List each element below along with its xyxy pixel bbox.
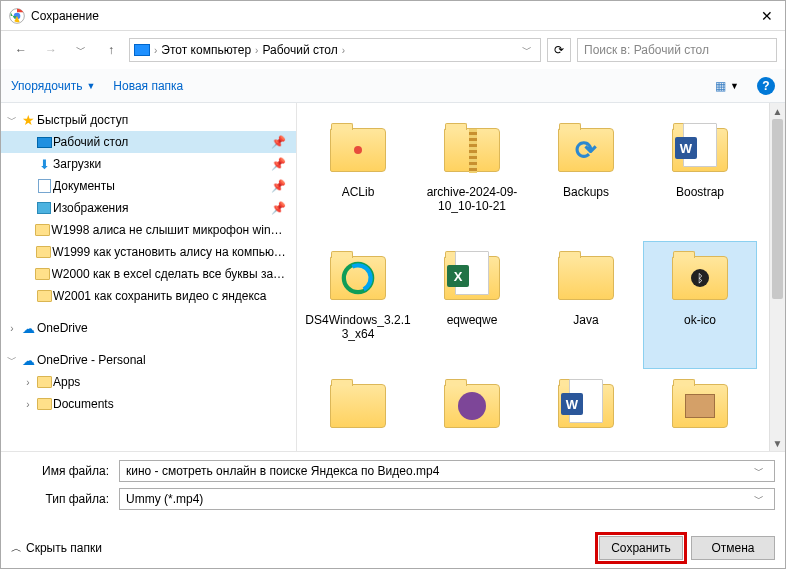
expand-icon[interactable]: ›: [5, 323, 19, 334]
filetype-select[interactable]: Ummy (*.mp4) ﹀: [119, 488, 775, 510]
bottom-panel: Имя файла: кино - смотреть онлайн в поис…: [1, 451, 785, 526]
tree-label: Documents: [53, 397, 114, 411]
file-item[interactable]: Java: [529, 241, 643, 369]
scroll-up-icon[interactable]: ▲: [770, 103, 785, 119]
folder-icon: [558, 256, 614, 300]
scrollbar[interactable]: ▲ ▼: [769, 103, 785, 451]
tree-label: Быстрый доступ: [37, 113, 128, 127]
file-item[interactable]: archive-2024-09-10_10-10-21: [415, 113, 529, 241]
up-button[interactable]: ↑: [99, 38, 123, 62]
expand-icon[interactable]: ›: [21, 377, 35, 388]
pin-icon: 📌: [271, 201, 286, 215]
close-button[interactable]: ✕: [757, 8, 777, 24]
tree-label: OneDrive - Personal: [37, 353, 146, 367]
star-icon: ★: [22, 112, 35, 128]
file-item[interactable]: [643, 369, 757, 451]
refresh-button[interactable]: ⟳: [547, 38, 571, 62]
chevron-down-icon[interactable]: ﹀: [750, 464, 768, 478]
tree-quick-access[interactable]: ﹀ ★ Быстрый доступ: [1, 109, 296, 131]
tree-item[interactable]: Рабочий стол📌: [1, 131, 296, 153]
view-button[interactable]: ▦▼: [715, 79, 739, 93]
help-button[interactable]: ?: [757, 77, 775, 95]
filetype-label: Тип файла:: [11, 492, 119, 506]
folder-icon: [37, 290, 52, 302]
chevron-down-icon[interactable]: ﹀: [750, 492, 768, 506]
tree-onedrive[interactable]: › ☁ OneDrive: [1, 317, 296, 339]
collapse-icon[interactable]: ﹀: [5, 113, 19, 127]
file-item[interactable]: ⟳Backups: [529, 113, 643, 241]
file-item[interactable]: ᛒok-ico: [643, 241, 757, 369]
file-name: ok-ico: [684, 313, 716, 327]
tree-item[interactable]: W2001 как сохранить видео с яндекса: [1, 285, 296, 307]
pin-icon: 📌: [271, 179, 286, 193]
tree-item[interactable]: W1999 как установить алису на компьютер: [1, 241, 296, 263]
file-name: Boostrap: [676, 185, 724, 199]
address-bar[interactable]: › Этот компьютер › Рабочий стол › ﹀: [129, 38, 541, 62]
pin-icon: 📌: [271, 157, 286, 171]
pc-icon: [134, 44, 150, 56]
chevron-down-icon: ▼: [730, 81, 739, 91]
file-name: Backups: [563, 185, 609, 199]
folder-icon: [36, 246, 51, 258]
hide-folders-button[interactable]: ︿ Скрыть папки: [11, 541, 102, 556]
breadcrumb: Этот компьютер › Рабочий стол ›: [161, 43, 514, 57]
file-item[interactable]: W: [529, 369, 643, 451]
tree-item[interactable]: ⬇Загрузки📌: [1, 153, 296, 175]
new-folder-button[interactable]: Новая папка: [113, 79, 183, 93]
cancel-button[interactable]: Отмена: [691, 536, 775, 560]
scroll-thumb[interactable]: [772, 119, 783, 299]
tree-item[interactable]: Документы📌: [1, 175, 296, 197]
organize-label: Упорядочить: [11, 79, 82, 93]
file-item[interactable]: DS4Windows_3.2.13_x64: [301, 241, 415, 369]
filename-value: кино - смотреть онлайн в поиске Яндекса …: [126, 464, 750, 478]
tree-label: W1998 алиса не слышит микрофон windows: [51, 223, 286, 237]
folder-icon: [35, 268, 50, 280]
scroll-track[interactable]: [770, 119, 785, 435]
breadcrumb-item[interactable]: Этот компьютер: [161, 43, 251, 57]
forward-button[interactable]: →: [39, 38, 63, 62]
chrome-icon: [9, 8, 25, 24]
tree-onedrive-personal[interactable]: ﹀ ☁ OneDrive - Personal: [1, 349, 296, 371]
tree-label: Загрузки: [53, 157, 101, 171]
tree-item[interactable]: ›Apps: [1, 371, 296, 393]
search-input[interactable]: Поиск в: Рабочий стол: [577, 38, 777, 62]
expand-icon[interactable]: ›: [21, 399, 35, 410]
chevron-right-icon: ›: [154, 45, 157, 56]
footer: ︿ Скрыть папки Сохранить Отмена: [1, 526, 785, 568]
tree-item[interactable]: Изображения📌: [1, 197, 296, 219]
back-button[interactable]: ←: [9, 38, 33, 62]
scroll-down-icon[interactable]: ▼: [770, 435, 785, 451]
excel-icon: X: [447, 265, 469, 287]
file-item[interactable]: [301, 369, 415, 451]
navigation-bar: ← → ﹀ ↑ › Этот компьютер › Рабочий стол …: [1, 31, 785, 69]
file-name: archive-2024-09-10_10-10-21: [417, 185, 527, 214]
collapse-icon[interactable]: ﹀: [5, 353, 19, 367]
filetype-value: Ummy (*.mp4): [126, 492, 750, 506]
filename-input[interactable]: кино - смотреть онлайн в поиске Яндекса …: [119, 460, 775, 482]
organize-button[interactable]: Упорядочить▼: [11, 79, 95, 93]
breadcrumb-item[interactable]: Рабочий стол: [262, 43, 337, 57]
file-item[interactable]: [415, 369, 529, 451]
toolbar: Упорядочить▼ Новая папка ▦▼ ?: [1, 69, 785, 103]
folder-icon: [35, 224, 50, 236]
file-item[interactable]: Xeqweqwe: [415, 241, 529, 369]
tree-item[interactable]: ›Documents: [1, 393, 296, 415]
recent-dropdown[interactable]: ﹀: [69, 38, 93, 62]
document-icon: [38, 179, 51, 193]
file-name: eqweqwe: [447, 313, 498, 327]
chevron-up-icon: ︿: [11, 541, 22, 556]
navigation-tree: ﹀ ★ Быстрый доступ Рабочий стол📌⬇Загрузк…: [1, 103, 297, 451]
folder-icon: [37, 376, 52, 388]
tree-label: Изображения: [53, 201, 128, 215]
save-button[interactable]: Сохранить: [599, 536, 683, 560]
tree-item[interactable]: W2000 как в excel сделать все буквы загл…: [1, 263, 296, 285]
file-item[interactable]: ACLib: [301, 113, 415, 241]
tree-item[interactable]: W1998 алиса не слышит микрофон windows: [1, 219, 296, 241]
address-dropdown[interactable]: ﹀: [518, 43, 536, 57]
tree-label: Рабочий стол: [53, 135, 128, 149]
desktop-icon: [37, 137, 52, 148]
folder-icon: [37, 398, 52, 410]
view-icon: ▦: [715, 79, 726, 93]
tree-label: W2001 как сохранить видео с яндекса: [53, 289, 267, 303]
file-item[interactable]: WBoostrap: [643, 113, 757, 241]
